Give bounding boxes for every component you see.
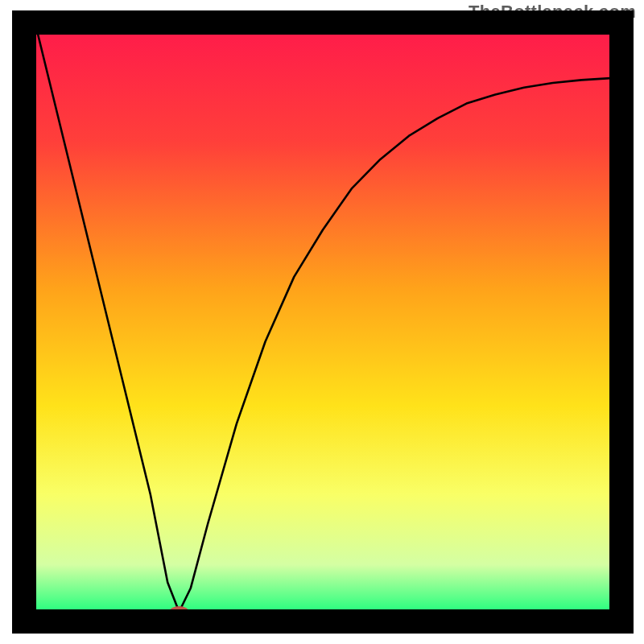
- plot-background: [35, 24, 610, 612]
- chart-stage: TheBottleneck.com: [0, 0, 644, 644]
- bottleneck-chart: [0, 0, 644, 644]
